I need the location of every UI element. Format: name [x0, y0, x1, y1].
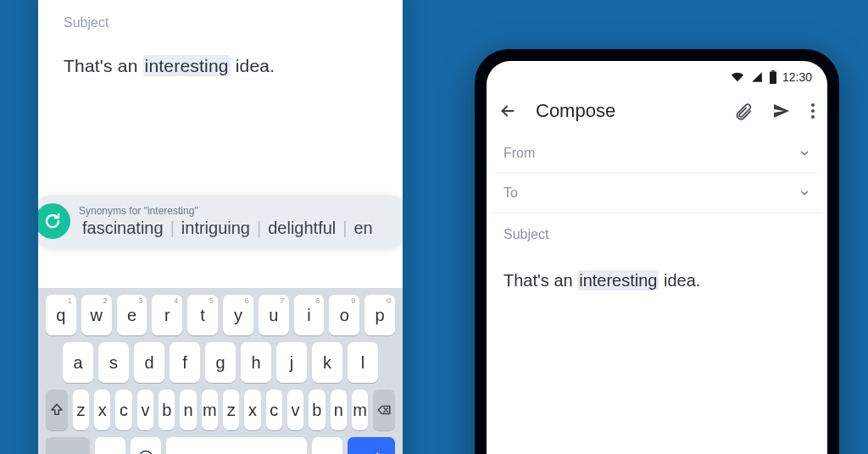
- key-u[interactable]: u: [259, 295, 289, 335]
- suggestion-title: Synonyms for "interesting": [79, 205, 401, 217]
- to-label: To: [504, 185, 518, 201]
- chevron-down-icon: [798, 147, 810, 159]
- suggestion-row: fascinating | intriguing | delightful | …: [79, 219, 401, 238]
- body-pre: That's an: [64, 56, 143, 75]
- send-button[interactable]: [771, 101, 792, 121]
- key-y[interactable]: y: [223, 295, 253, 335]
- divider: |: [167, 219, 178, 238]
- key-v[interactable]: v: [137, 390, 153, 430]
- backspace-key[interactable]: [373, 390, 395, 430]
- key-b[interactable]: b: [309, 390, 325, 430]
- key-n[interactable]: n: [331, 390, 347, 430]
- key-v[interactable]: v: [287, 390, 303, 430]
- keyboard-row-4: 123 , .: [43, 437, 398, 454]
- key-p[interactable]: p: [364, 295, 395, 335]
- enter-key[interactable]: [348, 437, 395, 454]
- key-t[interactable]: t: [187, 295, 218, 335]
- key-n[interactable]: n: [180, 390, 196, 430]
- subject-label[interactable]: Subject: [487, 213, 827, 249]
- divider: |: [253, 219, 264, 238]
- key-m[interactable]: m: [202, 390, 218, 430]
- svg-point-7: [811, 115, 815, 119]
- key-a[interactable]: a: [63, 342, 93, 383]
- comma-key[interactable]: ,: [95, 437, 125, 454]
- synonym-suggestion-bar: Synonyms for "interesting" fascinating |…: [38, 195, 403, 247]
- key-g[interactable]: g: [205, 342, 236, 383]
- key-k[interactable]: k: [312, 342, 342, 383]
- keyboard-row-3: zxcvbnmzxcvbnm: [43, 390, 398, 430]
- wifi-icon: [730, 71, 745, 83]
- email-body-text[interactable]: That's an interesting idea.: [64, 56, 377, 76]
- key-o[interactable]: o: [329, 295, 359, 335]
- to-field[interactable]: To: [487, 174, 827, 213]
- key-e[interactable]: e: [117, 295, 147, 335]
- key-s[interactable]: s: [98, 342, 129, 383]
- divider: |: [339, 219, 350, 238]
- from-field[interactable]: From: [487, 134, 827, 173]
- key-r[interactable]: r: [152, 295, 182, 335]
- back-button[interactable]: [498, 102, 517, 120]
- body-post: idea.: [659, 271, 700, 290]
- space-key[interactable]: [166, 437, 307, 454]
- toolbar-title: Compose: [536, 100, 719, 122]
- keyboard-row-1: qwertyuiop: [43, 295, 398, 335]
- key-c[interactable]: c: [266, 390, 282, 430]
- virtual-keyboard: qwertyuiop asdfghjkl zxcvbnmzxcvbnm 123 …: [38, 288, 403, 454]
- suggestion-item[interactable]: en: [350, 219, 376, 238]
- status-bar: 12:30: [487, 61, 827, 93]
- key-j[interactable]: j: [276, 342, 307, 383]
- suggestion-item[interactable]: intriguing: [178, 219, 253, 238]
- svg-rect-3: [770, 72, 776, 84]
- key-q[interactable]: q: [46, 295, 76, 335]
- numeric-key[interactable]: 123: [46, 437, 90, 454]
- attach-button[interactable]: [734, 102, 753, 120]
- shift-key[interactable]: [46, 390, 68, 430]
- subject-label: Subject: [64, 15, 377, 30]
- key-d[interactable]: d: [134, 342, 164, 383]
- compose-toolbar: Compose: [487, 93, 827, 134]
- svg-point-5: [811, 103, 815, 107]
- suggestion-item[interactable]: delightful: [264, 219, 339, 238]
- svg-point-6: [811, 109, 815, 113]
- key-m[interactable]: m: [352, 390, 368, 430]
- phone-right-frame: 12:30 Compose From: [475, 49, 839, 454]
- grammarly-icon[interactable]: [38, 203, 70, 239]
- from-label: From: [504, 146, 535, 161]
- highlighted-word[interactable]: interesting: [143, 55, 231, 76]
- phone-right-screen: 12:30 Compose From: [487, 61, 827, 454]
- phone-left-frame: Subject That's an interesting idea. Syno…: [38, 0, 403, 454]
- key-h[interactable]: h: [241, 342, 271, 383]
- email-body-text[interactable]: That's an interesting idea.: [487, 249, 827, 313]
- key-c[interactable]: c: [115, 390, 131, 430]
- body-pre: That's an: [504, 271, 577, 290]
- key-x[interactable]: x: [244, 390, 260, 430]
- key-l[interactable]: l: [348, 342, 378, 383]
- period-key[interactable]: .: [312, 437, 342, 454]
- key-f[interactable]: f: [170, 342, 200, 383]
- key-x[interactable]: x: [94, 390, 110, 430]
- overflow-menu-button[interactable]: [810, 102, 815, 119]
- highlighted-word[interactable]: interesting: [577, 270, 659, 291]
- chevron-down-icon: [798, 187, 810, 199]
- key-b[interactable]: b: [159, 390, 175, 430]
- keyboard-row-2: asdfghjkl: [43, 342, 398, 383]
- key-z[interactable]: z: [73, 390, 89, 430]
- key-w[interactable]: w: [81, 295, 112, 335]
- body-post: idea.: [231, 56, 275, 75]
- suggestion-item[interactable]: fascinating: [79, 219, 167, 238]
- key-z[interactable]: z: [223, 390, 239, 430]
- svg-rect-4: [771, 70, 774, 72]
- battery-icon: [769, 70, 777, 84]
- signal-icon: [750, 71, 764, 83]
- status-time: 12:30: [782, 70, 812, 84]
- svg-point-0: [140, 451, 153, 455]
- key-i[interactable]: i: [294, 295, 325, 335]
- emoji-key[interactable]: [131, 437, 161, 454]
